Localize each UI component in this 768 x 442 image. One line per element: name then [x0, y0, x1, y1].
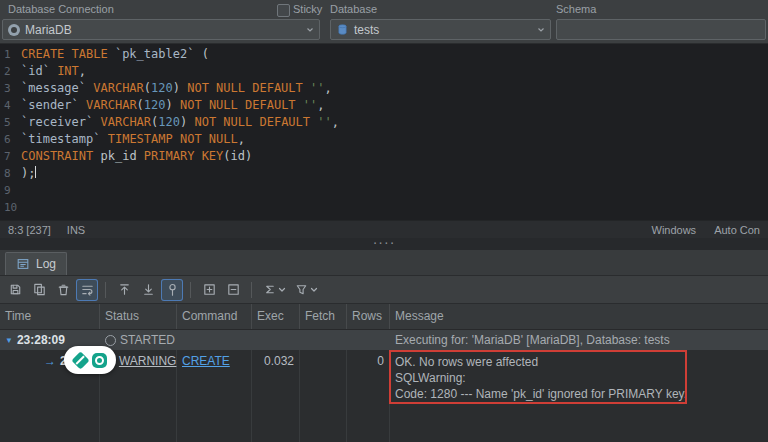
chevron-down-icon: [306, 26, 314, 34]
editor-line[interactable]: 10: [0, 199, 768, 216]
sql-editor[interactable]: 1CREATE TABLE `pk_table2` (2`id` INT,3`m…: [0, 44, 768, 220]
editor-lines: 1CREATE TABLE `pk_table2` (2`id` INT,3`m…: [0, 46, 768, 216]
editor-line[interactable]: 9: [0, 182, 768, 199]
column-header-rows[interactable]: Rows: [347, 304, 390, 329]
log-toolbar: [0, 276, 768, 304]
database-icon: [336, 23, 349, 36]
database-select[interactable]: tests: [330, 19, 551, 40]
row-message: Executing for: 'MariaDB' [MariaDB], Data…: [395, 333, 670, 347]
column-header-fetch[interactable]: Fetch: [300, 304, 347, 329]
save-icon[interactable]: [4, 279, 26, 301]
editor-line[interactable]: 2`id` INT,: [0, 63, 768, 80]
log-tab-label: Log: [36, 257, 56, 271]
column-header-time[interactable]: Time: [0, 304, 100, 329]
connection-label: Database Connection: [8, 3, 114, 15]
log-tab-icon: [16, 257, 30, 271]
bottom-tab-bar: Log: [0, 250, 768, 276]
expand-all-icon[interactable]: [198, 279, 220, 301]
database-value: tests: [354, 23, 379, 37]
message-line: Code: 1280 --- Name 'pk_id' ignored for …: [395, 386, 768, 402]
collapse-all-icon[interactable]: [222, 279, 244, 301]
editor-line[interactable]: 4`sender` VARCHAR(120) NOT NULL DEFAULT …: [0, 97, 768, 114]
chevron-down-icon: [537, 26, 545, 34]
rows-count: 0: [377, 354, 384, 368]
mariadb-icon: [8, 24, 20, 36]
insert-mode-indicator[interactable]: INS: [67, 224, 85, 236]
text-cursor: [35, 166, 36, 178]
editor-line[interactable]: 6`timestamp` TIMESTAMP NOT NULL,: [0, 131, 768, 148]
schema-input[interactable]: [556, 19, 766, 40]
editor-line[interactable]: 1CREATE TABLE `pk_table2` (: [0, 46, 768, 63]
log-grid-header: Time Status Command Exec Fetch Rows Mess…: [0, 304, 768, 330]
connection-select[interactable]: MariaDB: [2, 19, 320, 40]
delete-icon[interactable]: [52, 279, 74, 301]
sigma-icon[interactable]: [259, 279, 289, 301]
pin-icon[interactable]: [161, 279, 183, 301]
toolbar-separator: [251, 282, 252, 298]
editor-line[interactable]: 3`message` VARCHAR(120) NOT NULL DEFAULT…: [0, 80, 768, 97]
column-header-command[interactable]: Command: [177, 304, 252, 329]
database-label: Database: [330, 3, 377, 15]
badge-lens-icon: [92, 353, 107, 368]
column-header-exec[interactable]: Exec: [252, 304, 300, 329]
editor-line[interactable]: 7CONSTRAINT pk_id PRIMARY KEY(id): [0, 148, 768, 165]
editor-line[interactable]: 8);: [0, 165, 768, 182]
column-header-message[interactable]: Message: [390, 304, 768, 329]
expand-triangle-icon[interactable]: ▼: [5, 336, 13, 345]
soft-wrap-icon[interactable]: [76, 279, 98, 301]
started-status-icon: [105, 335, 116, 346]
row-status: STARTED: [120, 333, 175, 347]
scroll-bottom-icon[interactable]: [137, 279, 159, 301]
row-time: 23:28:09: [17, 333, 65, 347]
connection-toolbar: Database Connection Sticky Database Sche…: [0, 0, 768, 44]
caret-position[interactable]: 8:3 [237]: [8, 224, 51, 236]
column-header-status[interactable]: Status: [100, 304, 177, 329]
copy-icon[interactable]: [28, 279, 50, 301]
command-link[interactable]: CREATE: [182, 354, 230, 368]
log-row-started[interactable]: ▼ 23:28:09 STARTED Executing for: 'Maria…: [0, 330, 768, 350]
autocommit-indicator[interactable]: Auto Con: [714, 224, 760, 236]
connection-value: MariaDB: [25, 23, 72, 37]
scroll-top-icon[interactable]: [113, 279, 135, 301]
toolbar-separator: [105, 282, 106, 298]
toolbar-separator: [190, 282, 191, 298]
message-line: OK. No rows were affected: [395, 354, 768, 370]
tab-log[interactable]: Log: [5, 252, 67, 275]
overlay-badge: [64, 346, 116, 374]
schema-label: Schema: [556, 3, 596, 15]
sticky-label: Sticky: [293, 3, 322, 15]
editor-line[interactable]: 5`receiver` VARCHAR(120) NOT NULL DEFAUL…: [0, 114, 768, 131]
current-row-arrow-icon: →: [44, 354, 56, 368]
line-ending-indicator[interactable]: Windows: [652, 224, 697, 236]
exec-time: 0.032: [264, 354, 294, 368]
panel-splitter-handle[interactable]: ····: [0, 238, 768, 250]
filter-icon[interactable]: [291, 279, 321, 301]
warning-link[interactable]: WARNING: [119, 354, 177, 368]
app-window: Database Connection Sticky Database Sche…: [0, 0, 768, 442]
message-line: SQLWarning:: [395, 370, 768, 386]
badge-tag-icon: [71, 351, 89, 369]
log-grid-body: ▼ 23:28:09 STARTED Executing for: 'Maria…: [0, 330, 768, 442]
sticky-checkbox[interactable]: [277, 4, 290, 17]
